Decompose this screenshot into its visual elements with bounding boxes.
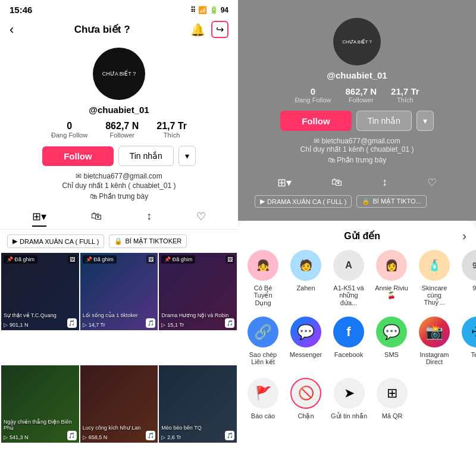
right-playlist-secret[interactable]: 🔒 BÍ MẬT TIKTO... [356,195,426,208]
right-panel: CHƯA BIẾT ? @chuabiet_01 0 Đang Follow 8… [238,0,476,476]
share-more-button[interactable]: › [462,229,466,243]
right-tab-repost[interactable]: ↕ [382,176,387,189]
right-playlist-drama[interactable]: ▶ DRAMA XUÂN CA ( FULL ) [255,195,352,208]
contact-co-be[interactable]: 👧 Cô Bé Tuyển Dụng [245,250,281,307]
action-send-message[interactable]: ➤ Gửi tin nhắn [331,378,367,420]
followers-count: 862,7 N [105,121,139,131]
likes-label: Thích [164,131,180,139]
app-sms[interactable]: 💬 SMS [374,317,409,366]
video-caption: Sự thật về T.C.Quang [4,312,77,318]
right-followers-count: 862,7 N [346,86,377,96]
page-title: Chưa biết ? [74,23,130,36]
contact-a1[interactable]: A A1-K51 và những đứa... [331,250,367,307]
contact-avatar: 🧑 [290,250,321,281]
share-icon: ↪ [216,24,224,35]
contact-annie[interactable]: 👩 Annie Riviu 🍒 [374,250,409,307]
follow-button[interactable]: Follow [42,146,114,166]
right-shop[interactable]: 🛍 Phần trưng bày [328,156,386,164]
avatar: CHƯA BIẾT ? [93,48,145,100]
right-message-button[interactable]: Tin nhắn [356,111,412,131]
app-copy-link[interactable]: 🔗 Sao chép Liên kết [245,317,281,366]
right-following-label: Đang Follow [295,96,331,104]
contact-more[interactable]: 9+ 9... [459,250,476,307]
back-button[interactable]: ‹ [10,22,14,37]
stat-following: 0 Đang Follow [51,121,87,139]
share-button[interactable]: ↪ [211,21,228,38]
right-tab-shop[interactable]: 🛍 [331,176,342,189]
right-playlist-icon: ▶ [260,198,265,205]
video-item[interactable]: 📌 Đã ghim Lối sống của 1 tiktoker ▷ 14,7… [80,253,158,330]
right-bio: ✉ bietchua677@gmail.com Chỉ duy nhất 1 k… [300,137,414,154]
action-report[interactable]: 🚩 Báo cáo [245,378,281,420]
video-views: ▷ 2,6 Tr [161,434,181,440]
right-more-button[interactable]: ▾ [416,111,434,131]
contact-avatar: 👧 [248,250,278,281]
action-name: Báo cáo [251,412,275,419]
report-icon: 🚩 [248,378,278,409]
message-button[interactable]: Tin nhắn [118,146,174,166]
network-icon: ⠿ [190,6,196,14]
app-messenger[interactable]: 💬 Messenger [288,317,324,366]
video-views: ▷ 541,3 N [4,434,29,440]
contact-zahen[interactable]: 🧑 Zahen [288,250,324,307]
tiktok-logo: 🎵 [67,318,77,328]
right-avatar: CHƯA BIẾT ? [333,18,381,65]
contact-avatar: A [333,250,364,281]
action-icons-row: 🚩 Báo cáo 🚫 Chặn ➤ Gửi tin nhắn ⊞ Mã QR [238,375,476,430]
right-playlist-label-2: BÍ MẬT TIKTO... [372,198,421,205]
right-action-row: Follow Tin nhắn ▾ [280,111,434,131]
video-item[interactable]: Mèo béo bên TQ ▷ 2,6 Tr 🎵 [159,365,237,443]
right-tab-liked[interactable]: ♡ [427,176,437,189]
block-icon: 🚫 [290,378,321,409]
status-icons: ⠿ 📶 🔋 94 [190,6,228,14]
share-title: Gửi đến [262,230,462,242]
action-block[interactable]: 🚫 Chặn [288,378,324,420]
tab-videos[interactable]: ⊞▾ [32,210,46,227]
contact-name: A1-K51 và những đứa... [331,284,367,307]
tab-repost[interactable]: ↕ [146,210,152,227]
video-caption: Drama Hương Nội và Robin [161,312,234,318]
right-follow-button[interactable]: Follow [280,111,352,131]
action-name: Mã QR [382,412,403,419]
tab-shop[interactable]: 🛍 [91,210,102,227]
more-button[interactable]: ▾ [178,146,196,166]
video-item[interactable]: Ngày chiến thắng Điện Biên Phủ ▷ 541,3 N… [1,365,79,443]
video-item[interactable]: 📌 Đã ghim Drama Hương Nội và Robin ▷ 15,… [159,253,237,330]
bell-icon[interactable]: 🔔 [190,23,205,37]
contacts-row: 👧 Cô Bé Tuyển Dụng 🧑 Zahen A A1-K51 và n… [238,248,476,314]
app-name: Sao chép Liên kết [245,351,281,366]
app-name: Messenger [290,351,322,358]
followers-label: Follower [109,131,134,139]
copy-link-icon: 🔗 [248,317,278,347]
right-tab-bar: ⊞▾ 🛍 ↕ ♡ [248,171,466,192]
video-item[interactable]: Lucy công kích Như Lan ▷ 658,5 N 🎵 [80,365,158,443]
profile-actions: Follow Tin nhắn ▾ [42,146,196,166]
contact-skincare[interactable]: 🧴 Skincare cùng Thuỷ... [416,250,452,307]
header-icons: 🔔 ↪ [190,21,228,38]
battery-indicator: 🔋 [209,6,218,14]
video-item[interactable]: 📌 Đã ghim Sự thật về T.C.Quang ▷ 901,1 N… [1,253,79,330]
facebook-icon: f [333,317,364,347]
app-telegram[interactable]: ✈ Te... [459,317,476,366]
contact-avatar: 9+ [462,250,476,281]
app-name: Te... [471,351,476,358]
shop-bio: 🛍 Phần trưng bày [62,192,176,201]
qr-icon: ⊞ [377,378,408,409]
following-label: Đang Follow [51,131,87,139]
video-caption: Ngày chiến thắng Điện Biên Phủ [4,419,77,431]
app-facebook[interactable]: f Facebook [331,317,367,366]
action-qr[interactable]: ⊞ Mã QR [374,378,410,420]
contact-name: Annie Riviu 🍒 [374,284,409,299]
video-views: ▷ 15,1 Tr [161,322,184,328]
playlist-drama[interactable]: ▶ DRAMA XUÂN CA ( FULL ) [7,234,104,248]
right-stats: 0 Đang Follow 862,7 N Follower 21,7 Tr T… [295,86,419,104]
pin-icon: 🖼 [226,255,234,264]
tab-liked[interactable]: ♡ [196,210,206,227]
right-tab-videos[interactable]: ⊞▾ [277,176,292,189]
playlist-secret[interactable]: 🔒 BÍ MẬT TIKTOKER [109,234,187,248]
contact-name: Skincare cùng Thuỷ... [416,284,452,306]
right-likes-count: 21,7 Tr [391,86,419,96]
video-caption: Lucy công kích Như Lan [83,425,156,431]
likes-count: 21,7 Tr [156,121,187,131]
app-instagram[interactable]: 📸 Instagram Direct [416,317,452,366]
